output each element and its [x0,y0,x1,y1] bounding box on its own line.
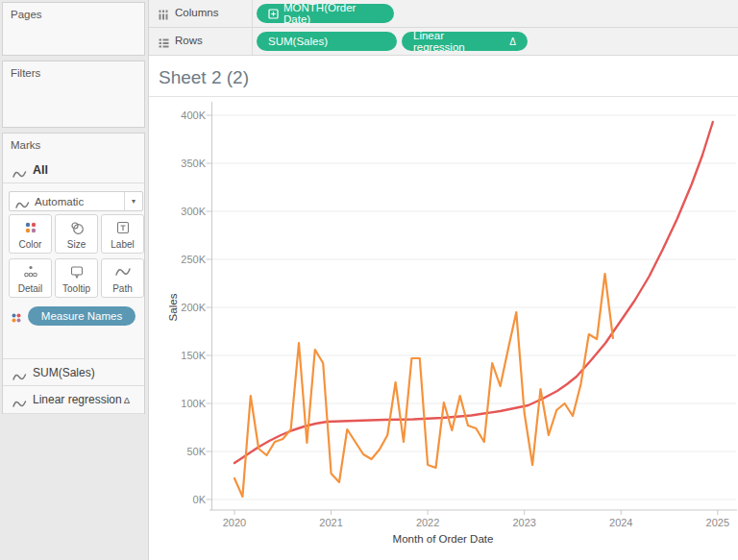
rows-shelf-label: Rows [175,35,203,46]
x-tick-label: 2023 [496,517,554,528]
layer-label: Linear regressionΔ [33,393,130,406]
color-button[interactable]: Color [9,214,52,254]
y-tick-label: 300K [149,206,206,217]
measure-names-pill[interactable]: Measure Names [28,306,135,326]
button-label: Tooltip [62,283,90,294]
tooltip-icon [69,264,85,283]
marks-label: Marks [11,139,40,151]
marks-card: Marks All Automatic ▾ ColorSizeLabelDeta… [2,133,145,414]
x-tick-label: 2024 [592,517,650,528]
line-mark-icon [15,197,30,214]
button-label: Detail [18,283,43,294]
x-tick-label: 2020 [206,517,263,528]
pill-label: SUM(Sales) [268,36,328,47]
columns-shelf-label: Columns [175,7,218,18]
layer-label: SUM(Sales) [33,366,95,379]
worksheet-view: Sheet 2 (2) 0K50K100K150K200K250K300K350… [149,56,738,560]
x-tick-label: 2025 [689,517,738,528]
y-tick-label: 100K [149,398,206,409]
path-icon [115,264,131,281]
delta-badge: Δ [124,395,130,405]
marks-all-label: All [33,163,48,177]
trend-line-linear-regression[interactable] [234,122,713,463]
label-icon [115,220,131,239]
delta-badge: Δ [502,37,516,47]
detail-icon [23,264,38,283]
pill-label: Linear regression [413,30,497,53]
marks-layer-all[interactable]: All [3,158,144,183]
button-label: Size [67,239,86,250]
y-tick-label: 0K [149,494,206,505]
y-tick-label: 50K [149,446,206,457]
line-mark-icon [12,166,27,183]
size-button[interactable]: Size [55,214,98,254]
grid-plus-icon [268,9,279,19]
y-tick-label: 350K [149,158,206,169]
color-icon [23,220,38,239]
y-tick-label: 250K [149,254,206,265]
path-button[interactable]: Path [101,258,144,298]
pill-label: MONTH(Order Date) [283,2,382,25]
tooltip-button[interactable]: Tooltip [55,258,98,298]
y-tick-label: 150K [149,350,206,361]
x-tick-label: 2022 [399,517,456,528]
y-axis-title: Sales [167,279,181,336]
size-icon [69,220,85,239]
mark-property-buttons: ColorSizeLabelDetailTooltipPath [9,214,144,297]
sidebar: Pages Filters Marks All Automatic ▾ Colo… [0,0,149,560]
x-axis-title: Month of Order Date [366,533,520,545]
button-label: Path [112,283,133,294]
chart-canvas[interactable] [149,56,738,560]
filters-label: Filters [11,67,40,79]
rows-icon [158,36,170,53]
field-pill[interactable]: Linear regressionΔ [402,32,528,51]
marks-layer-linear-regression[interactable]: Linear regressionΔ [3,386,144,414]
marks-layer-sum-sales[interactable]: SUM(Sales) [3,358,144,386]
field-pill[interactable]: SUM(Sales) [257,32,397,51]
pages-shelf[interactable]: Pages [2,2,145,56]
detail-button[interactable]: Detail [9,258,52,298]
line-mark-icon [12,396,27,413]
columns-pill-tray: MONTH(Order Date) [257,4,394,23]
mark-type-value: Automatic [35,196,84,207]
button-label: Label [111,239,134,250]
measure-names-row: Measure Names [3,306,144,327]
filters-shelf[interactable]: Filters [2,61,145,128]
tableau-window: Pages Filters Marks All Automatic ▾ Colo… [0,0,738,560]
x-tick-label: 2021 [303,517,360,528]
mark-type-dropdown[interactable]: Automatic ▾ [9,191,143,211]
pages-label: Pages [11,9,42,20]
rows-shelf[interactable]: Rows SUM(Sales)Linear regressionΔ [149,28,738,56]
y-tick-label: 400K [149,110,206,121]
columns-shelf[interactable]: Columns MONTH(Order Date) [149,0,738,28]
color-legend-icon [11,310,22,328]
chevron-down-icon[interactable]: ▾ [124,192,142,210]
rows-pill-tray: SUM(Sales)Linear regressionΔ [257,32,528,51]
button-label: Color [19,239,42,250]
field-pill[interactable]: MONTH(Order Date) [257,4,394,23]
shelf-divider [252,28,253,55]
label-button[interactable]: Label [101,214,144,254]
shelf-divider [252,0,253,27]
columns-icon [158,8,169,25]
line-mark-icon [12,369,27,386]
